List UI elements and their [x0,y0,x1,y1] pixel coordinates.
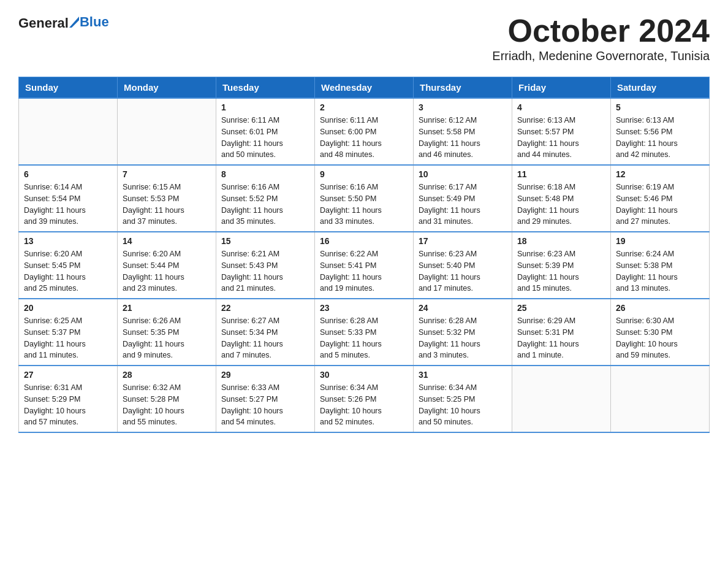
day-info: Sunrise: 6:25 AMSunset: 5:37 PMDaylight:… [24,315,112,361]
calendar-cell: 12Sunrise: 6:19 AMSunset: 5:46 PMDayligh… [611,165,710,232]
day-number: 21 [123,303,211,313]
day-number: 6 [24,169,112,179]
calendar-cell: 25Sunrise: 6:29 AMSunset: 5:31 PMDayligh… [512,299,611,366]
calendar-cell: 3Sunrise: 6:12 AMSunset: 5:58 PMDaylight… [414,98,512,165]
title-block: October 2024 Erriadh, Medenine Governora… [492,12,710,71]
calendar-cell: 20Sunrise: 6:25 AMSunset: 5:37 PMDayligh… [19,299,118,366]
day-info: Sunrise: 6:13 AMSunset: 5:56 PMDaylight:… [616,115,704,161]
day-info: Sunrise: 6:23 AMSunset: 5:40 PMDaylight:… [419,248,507,294]
calendar-week-row: 27Sunrise: 6:31 AMSunset: 5:29 PMDayligh… [19,366,710,432]
logo: General Blue [18,15,109,31]
day-number: 19 [616,236,704,246]
calendar-cell [611,366,710,432]
day-number: 27 [24,370,112,380]
day-info: Sunrise: 6:23 AMSunset: 5:39 PMDaylight:… [517,248,605,294]
calendar-cell: 4Sunrise: 6:13 AMSunset: 5:57 PMDaylight… [512,98,611,165]
day-info: Sunrise: 6:34 AMSunset: 5:25 PMDaylight:… [419,382,507,428]
day-number: 5 [616,102,704,112]
day-info: Sunrise: 6:27 AMSunset: 5:34 PMDaylight:… [221,315,309,361]
calendar-cell: 31Sunrise: 6:34 AMSunset: 5:25 PMDayligh… [414,366,512,432]
calendar-cell [19,98,118,165]
day-info: Sunrise: 6:13 AMSunset: 5:57 PMDaylight:… [517,115,605,161]
day-number: 26 [616,303,704,313]
day-number: 20 [24,303,112,313]
logo-blue-text: Blue [80,14,109,30]
day-info: Sunrise: 6:24 AMSunset: 5:38 PMDaylight:… [616,248,704,294]
calendar-cell: 11Sunrise: 6:18 AMSunset: 5:48 PMDayligh… [512,165,611,232]
day-info: Sunrise: 6:20 AMSunset: 5:44 PMDaylight:… [123,248,211,294]
calendar-cell: 13Sunrise: 6:20 AMSunset: 5:45 PMDayligh… [19,232,118,299]
day-number: 16 [320,236,408,246]
day-number: 22 [221,303,309,313]
calendar-cell: 15Sunrise: 6:21 AMSunset: 5:43 PMDayligh… [216,232,315,299]
day-number: 4 [517,102,605,112]
day-number: 14 [123,236,211,246]
day-number: 24 [419,303,507,313]
day-info: Sunrise: 6:32 AMSunset: 5:28 PMDaylight:… [123,382,211,428]
day-number: 25 [517,303,605,313]
day-number: 28 [123,370,211,380]
day-number: 9 [320,169,408,179]
day-info: Sunrise: 6:28 AMSunset: 5:32 PMDaylight:… [419,315,507,361]
calendar-cell: 9Sunrise: 6:16 AMSunset: 5:50 PMDaylight… [315,165,414,232]
day-info: Sunrise: 6:14 AMSunset: 5:54 PMDaylight:… [24,182,112,228]
day-number: 17 [419,236,507,246]
day-info: Sunrise: 6:17 AMSunset: 5:49 PMDaylight:… [419,182,507,228]
weekday-header-sunday: Sunday [19,77,118,99]
day-number: 30 [320,370,408,380]
day-info: Sunrise: 6:30 AMSunset: 5:30 PMDaylight:… [616,315,704,361]
day-number: 18 [517,236,605,246]
day-info: Sunrise: 6:26 AMSunset: 5:35 PMDaylight:… [123,315,211,361]
calendar-cell: 2Sunrise: 6:11 AMSunset: 6:00 PMDaylight… [315,98,414,165]
day-info: Sunrise: 6:34 AMSunset: 5:26 PMDaylight:… [320,382,408,428]
day-info: Sunrise: 6:19 AMSunset: 5:46 PMDaylight:… [616,182,704,228]
calendar-cell: 6Sunrise: 6:14 AMSunset: 5:54 PMDaylight… [19,165,118,232]
calendar-cell: 7Sunrise: 6:15 AMSunset: 5:53 PMDaylight… [118,165,216,232]
calendar-cell: 26Sunrise: 6:30 AMSunset: 5:30 PMDayligh… [611,299,710,366]
calendar-cell: 24Sunrise: 6:28 AMSunset: 5:32 PMDayligh… [414,299,512,366]
day-number: 29 [221,370,309,380]
day-number: 13 [24,236,112,246]
calendar-cell: 14Sunrise: 6:20 AMSunset: 5:44 PMDayligh… [118,232,216,299]
calendar-header-row: SundayMondayTuesdayWednesdayThursdayFrid… [19,77,710,99]
weekday-header-wednesday: Wednesday [315,77,414,99]
calendar-cell: 29Sunrise: 6:33 AMSunset: 5:27 PMDayligh… [216,366,315,432]
calendar-cell: 17Sunrise: 6:23 AMSunset: 5:40 PMDayligh… [414,232,512,299]
day-number: 2 [320,102,408,112]
day-number: 7 [123,169,211,179]
calendar-cell: 18Sunrise: 6:23 AMSunset: 5:39 PMDayligh… [512,232,611,299]
day-info: Sunrise: 6:31 AMSunset: 5:29 PMDaylight:… [24,382,112,428]
calendar-cell: 22Sunrise: 6:27 AMSunset: 5:34 PMDayligh… [216,299,315,366]
calendar-cell: 5Sunrise: 6:13 AMSunset: 5:56 PMDaylight… [611,98,710,165]
day-info: Sunrise: 6:12 AMSunset: 5:58 PMDaylight:… [419,115,507,161]
calendar-cell: 10Sunrise: 6:17 AMSunset: 5:49 PMDayligh… [414,165,512,232]
day-number: 1 [221,102,309,112]
calendar-cell: 19Sunrise: 6:24 AMSunset: 5:38 PMDayligh… [611,232,710,299]
day-info: Sunrise: 6:16 AMSunset: 5:50 PMDaylight:… [320,182,408,228]
day-info: Sunrise: 6:16 AMSunset: 5:52 PMDaylight:… [221,182,309,228]
day-info: Sunrise: 6:33 AMSunset: 5:27 PMDaylight:… [221,382,309,428]
day-number: 10 [419,169,507,179]
logo-general-text: General [18,15,69,31]
day-number: 23 [320,303,408,313]
calendar-cell [118,98,216,165]
weekday-header-friday: Friday [512,77,611,99]
calendar-week-row: 1Sunrise: 6:11 AMSunset: 6:01 PMDaylight… [19,98,710,165]
day-number: 8 [221,169,309,179]
calendar-cell: 23Sunrise: 6:28 AMSunset: 5:33 PMDayligh… [315,299,414,366]
weekday-header-saturday: Saturday [611,77,710,99]
page-header: General Blue October 2024 Erriadh, Meden… [18,12,710,71]
calendar-week-row: 6Sunrise: 6:14 AMSunset: 5:54 PMDaylight… [19,165,710,232]
calendar-cell: 8Sunrise: 6:16 AMSunset: 5:52 PMDaylight… [216,165,315,232]
day-info: Sunrise: 6:22 AMSunset: 5:41 PMDaylight:… [320,248,408,294]
day-info: Sunrise: 6:20 AMSunset: 5:45 PMDaylight:… [24,248,112,294]
day-info: Sunrise: 6:11 AMSunset: 6:00 PMDaylight:… [320,115,408,161]
day-info: Sunrise: 6:18 AMSunset: 5:48 PMDaylight:… [517,182,605,228]
calendar-week-row: 13Sunrise: 6:20 AMSunset: 5:45 PMDayligh… [19,232,710,299]
calendar-cell: 30Sunrise: 6:34 AMSunset: 5:26 PMDayligh… [315,366,414,432]
calendar-cell: 21Sunrise: 6:26 AMSunset: 5:35 PMDayligh… [118,299,216,366]
weekday-header-monday: Monday [118,77,216,99]
logo-triangle-icon [69,14,79,30]
day-number: 3 [419,102,507,112]
calendar-cell: 1Sunrise: 6:11 AMSunset: 6:01 PMDaylight… [216,98,315,165]
